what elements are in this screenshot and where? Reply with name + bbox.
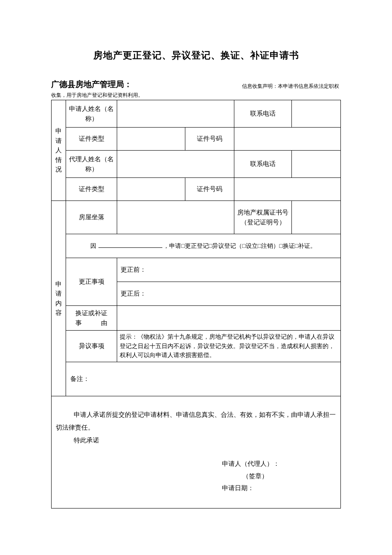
field-agent-id-type[interactable] xyxy=(117,178,185,201)
field-correction-after[interactable]: 更正后： xyxy=(117,282,341,306)
header-row: 广德县房地产管理局： 信息收集声明：本申请书信息系依法定职权 xyxy=(51,79,341,90)
field-applicant-id-no[interactable] xyxy=(234,128,341,151)
label-applicant-phone: 联系电话 xyxy=(234,100,292,128)
field-remarks[interactable]: 备注： xyxy=(66,362,341,396)
field-applicant-phone[interactable] xyxy=(292,100,341,128)
field-applicant-name[interactable] xyxy=(117,100,234,128)
commitment-text: 申请人承诺所提交的登记申请材料、申请信息真实、合法、有效，如有不实，由申请人承担… xyxy=(56,408,336,434)
field-agent-phone[interactable] xyxy=(292,151,341,178)
info-notice-line1: 信息收集声明：本申请书信息系依法定职权 xyxy=(242,83,341,90)
application-form-table: 申请人情况 申请人姓名（名称） 联系电话 证件类型 证件号码 代理人姓名（名称）… xyxy=(51,100,341,509)
label-agent-id-type: 证件类型 xyxy=(66,178,117,201)
commitment-closing: 特此承诺 xyxy=(56,434,336,447)
signature-label: 申请人（代理人）： xyxy=(222,458,336,470)
field-correction-before[interactable]: 更正前： xyxy=(117,258,341,282)
label-agent-name: 代理人姓名（名称） xyxy=(66,151,117,178)
seal-label: （签章） xyxy=(222,470,336,482)
label-agent-id-no: 证件号码 xyxy=(185,178,234,201)
label-house-location: 房屋坐落 xyxy=(66,201,117,234)
date-label: 申请日期： xyxy=(222,482,336,494)
info-notice-line2: 收集，用于房地产登记和登记资料利用。 xyxy=(51,92,341,99)
label-correction-items: 更正事项 xyxy=(66,258,117,306)
label-agent-phone: 联系电话 xyxy=(234,151,292,178)
field-agent-id-no[interactable] xyxy=(234,178,341,201)
signature-block: 申请人（代理人）： （签章） 申请日期： xyxy=(222,458,336,494)
label-cert-no: 房地产权属证书号（登记证明号） xyxy=(234,201,292,234)
field-cert-no[interactable] xyxy=(292,201,341,234)
field-applicant-id-type[interactable] xyxy=(117,128,185,151)
field-replace-reason[interactable] xyxy=(117,306,341,331)
label-applicant-id-type: 证件类型 xyxy=(66,128,117,151)
section-application-content: 申请内容 xyxy=(52,201,66,396)
label-objection-items: 异议事项 xyxy=(66,331,117,362)
objection-tip-text: 提示：《物权法》第十九条规定，房地产登记机构予以异议登记的，申请人在异议登记之日… xyxy=(117,331,341,362)
field-agent-name[interactable] xyxy=(117,151,234,178)
reason-blank-line[interactable] xyxy=(98,247,162,248)
section-applicant-info: 申请人情况 xyxy=(52,100,66,201)
reason-checkboxes-row[interactable]: 因 ，申请□更正登记□异议登记（□设立□注销）□换证□补证。 xyxy=(66,234,341,258)
commitment-block: 申请人承诺所提交的登记申请材料、申请信息真实、合法、有效，如有不实，由申请人承担… xyxy=(52,396,341,509)
agency-name: 广德县房地产管理局： xyxy=(51,79,132,90)
form-title: 房地产更正登记、异议登记、换证、补证申请书 xyxy=(51,49,341,62)
label-applicant-name: 申请人姓名（名称） xyxy=(66,100,117,128)
label-replace-reason: 换证或补证事 由 xyxy=(66,306,117,331)
label-applicant-id-no: 证件号码 xyxy=(185,128,234,151)
field-house-location[interactable] xyxy=(117,201,234,234)
